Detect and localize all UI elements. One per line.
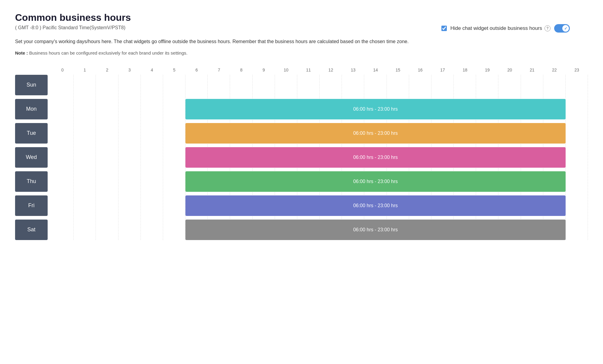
- chart-body: SunMon06:00 hrs - 23:00 hrsTue06:00 hrs …: [15, 75, 588, 240]
- day-row-thu[interactable]: Thu06:00 hrs - 23:00 hrs: [15, 171, 588, 192]
- time-tick: 22: [543, 68, 566, 72]
- note-label: Note :: [15, 50, 28, 55]
- day-bar-area-wed: 06:00 hrs - 23:00 hrs: [51, 147, 588, 168]
- time-tick: 21: [521, 68, 543, 72]
- day-bar-area-sun: [51, 75, 588, 95]
- day-label-sat: Sat: [15, 220, 48, 240]
- day-bar-thu[interactable]: 06:00 hrs - 23:00 hrs: [185, 171, 566, 192]
- page-title: Common business hours: [15, 12, 588, 23]
- day-bar-mon[interactable]: 06:00 hrs - 23:00 hrs: [185, 99, 566, 119]
- day-label-wed: Wed: [15, 147, 48, 168]
- day-bar-wed[interactable]: 06:00 hrs - 23:00 hrs: [185, 147, 566, 168]
- hide-widget-toggle[interactable]: ✓: [554, 24, 570, 33]
- time-tick: 16: [409, 68, 431, 72]
- toggle-check-icon: ✓: [564, 26, 567, 31]
- time-tick: 15: [387, 68, 409, 72]
- day-label-tue: Tue: [15, 123, 48, 144]
- time-tick: 9: [253, 68, 275, 72]
- time-tick: 4: [141, 68, 163, 72]
- day-label-fri: Fri: [15, 195, 48, 216]
- time-tick: 10: [275, 68, 297, 72]
- day-bar-area-sat: 06:00 hrs - 23:00 hrs: [51, 220, 588, 240]
- day-row-fri[interactable]: Fri06:00 hrs - 23:00 hrs: [15, 195, 588, 216]
- day-row-wed[interactable]: Wed06:00 hrs - 23:00 hrs: [15, 147, 588, 168]
- day-label-thu: Thu: [15, 171, 48, 192]
- time-tick: 20: [498, 68, 521, 72]
- day-bar-sat[interactable]: 06:00 hrs - 23:00 hrs: [185, 220, 566, 240]
- time-axis: 01234567891011121314151617181920212223: [51, 68, 588, 72]
- time-tick: 18: [454, 68, 476, 72]
- day-row-sun[interactable]: Sun: [15, 75, 588, 95]
- note-line: Note : Business hours can be configured …: [15, 50, 588, 55]
- day-bar-area-fri: 06:00 hrs - 23:00 hrs: [51, 195, 588, 216]
- time-tick: 0: [51, 68, 74, 72]
- hide-widget-text: Hide chat widget outside business hours: [450, 25, 542, 31]
- time-tick: 1: [74, 68, 96, 72]
- day-bar-fri[interactable]: 06:00 hrs - 23:00 hrs: [185, 195, 566, 216]
- description-text: Set your company's working days/hours he…: [15, 38, 431, 46]
- note-text: Business hours can be configured exclusi…: [29, 50, 188, 55]
- hide-widget-controls: Hide chat widget outside business hours …: [441, 24, 570, 33]
- time-tick: 6: [185, 68, 208, 72]
- day-label-mon: Mon: [15, 99, 48, 119]
- time-tick: 23: [566, 68, 588, 72]
- hide-widget-checkbox[interactable]: [441, 26, 447, 31]
- day-bar-area-mon: 06:00 hrs - 23:00 hrs: [51, 99, 588, 119]
- time-tick: 14: [364, 68, 387, 72]
- time-tick: 3: [118, 68, 141, 72]
- business-hours-chart: 01234567891011121314151617181920212223 S…: [15, 68, 588, 240]
- day-label-sun: Sun: [15, 75, 48, 95]
- day-bar-tue[interactable]: 06:00 hrs - 23:00 hrs: [185, 123, 566, 144]
- time-tick: 12: [320, 68, 342, 72]
- day-row-tue[interactable]: Tue06:00 hrs - 23:00 hrs: [15, 123, 588, 144]
- day-row-mon[interactable]: Mon06:00 hrs - 23:00 hrs: [15, 99, 588, 119]
- time-tick: 11: [297, 68, 320, 72]
- day-bar-area-tue: 06:00 hrs - 23:00 hrs: [51, 123, 588, 144]
- day-row-sat[interactable]: Sat06:00 hrs - 23:00 hrs: [15, 220, 588, 240]
- time-tick: 7: [208, 68, 230, 72]
- time-tick: 8: [230, 68, 252, 72]
- time-tick: 5: [163, 68, 185, 72]
- time-tick: 2: [96, 68, 118, 72]
- time-tick: 13: [342, 68, 364, 72]
- time-tick: 19: [476, 68, 498, 72]
- help-icon[interactable]: ?: [545, 25, 551, 31]
- hide-widget-label: Hide chat widget outside business hours …: [450, 25, 551, 31]
- time-tick: 17: [431, 68, 454, 72]
- day-bar-area-thu: 06:00 hrs - 23:00 hrs: [51, 171, 588, 192]
